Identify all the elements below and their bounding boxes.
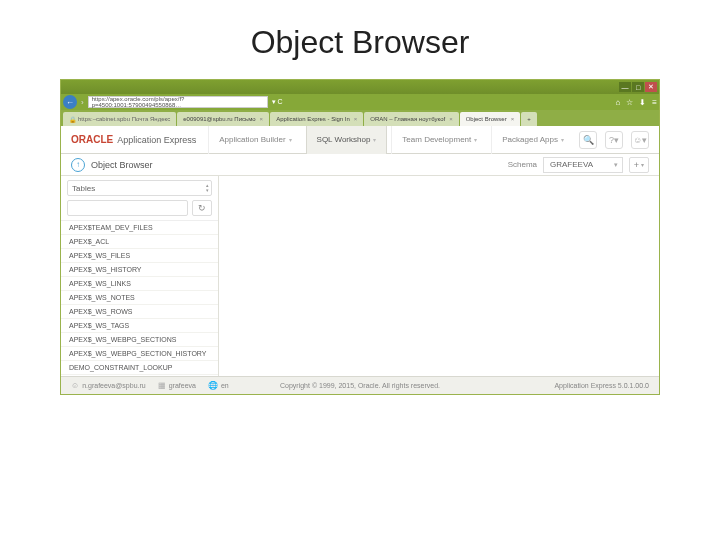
list-item[interactable]: APEX$_WS_HISTORY [61, 263, 218, 277]
tab-2[interactable]: Application Expres - Sign In× [270, 112, 363, 126]
tab-close-icon[interactable]: × [260, 116, 264, 122]
dl-icon[interactable]: ⬇ [639, 98, 646, 107]
footer-user-text: grafeeva [169, 382, 196, 389]
browser-nav-row: ← › https://apex.oracle.com/pls/apex/f?p… [61, 94, 659, 110]
workspace-icon: ▦ [158, 381, 166, 390]
app-content: ORACLE Application Express Application B… [61, 126, 659, 394]
main-area [219, 176, 659, 376]
tab-label: Object Browser [466, 116, 507, 122]
tab-close-icon[interactable]: × [511, 116, 515, 122]
footer-lang[interactable]: 🌐en [208, 381, 229, 390]
filter-input[interactable] [67, 200, 188, 216]
stepper-icon: ▴▾ [206, 183, 209, 193]
chevron-down-icon: ▾ [561, 136, 564, 143]
nav-packaged[interactable]: Packaged Apps▾ [491, 126, 574, 154]
footer-email[interactable]: ☺n.grafeeva@spbu.ru [71, 381, 146, 390]
sidebar: Tables ▴▾ ↻ APEX$TEAM_DEV_FILESAPEX$_ACL… [61, 176, 219, 376]
minimize-button[interactable]: — [619, 82, 631, 92]
list-item[interactable]: APEX$_ACL [61, 235, 218, 249]
chevron-down-icon: ▾ [474, 136, 477, 143]
window-titlebar: — □ ✕ [61, 80, 659, 94]
reload-icon[interactable]: ▾ C [272, 98, 283, 106]
user-icon: ☺ [71, 381, 79, 390]
maximize-button[interactable]: □ [632, 82, 644, 92]
slide-title: Object Browser [0, 0, 720, 79]
up-icon[interactable]: ↑ [71, 158, 85, 172]
forward-button[interactable]: › [79, 98, 86, 107]
chevron-down-icon: ▾ [289, 136, 292, 143]
brand-product: Application Express [117, 135, 196, 145]
list-item[interactable]: APEX$_WS_TAGS [61, 319, 218, 333]
globe-icon: 🌐 [208, 381, 218, 390]
body-split: Tables ▴▾ ↻ APEX$TEAM_DEV_FILESAPEX$_ACL… [61, 176, 659, 376]
browser-tab-strip: 🔒 https:–cabinet.spbu Почта Яндекс e0090… [61, 110, 659, 126]
address-bar[interactable]: https://apex.oracle.com/pls/apex/f?p=450… [88, 96, 268, 108]
footer-lang-text: en [221, 382, 229, 389]
nav-label: Packaged Apps [502, 135, 558, 144]
refresh-button[interactable]: ↻ [192, 200, 212, 216]
tab-1[interactable]: e009091@spbu.ru Письмо× [177, 112, 269, 126]
tab-3[interactable]: ORAN – Главная ноутбукof× [364, 112, 458, 126]
new-tab-button[interactable]: + [521, 112, 537, 126]
nav-sql-workshop[interactable]: SQL Workshop▾ [306, 126, 388, 154]
footer-user[interactable]: ▦grafeeva [158, 381, 196, 390]
list-item[interactable]: DEMO_CUSTOMERS [61, 375, 218, 376]
footer-copyright: Copyright © 1999, 2015, Oracle. All righ… [280, 382, 440, 389]
bookmarks-bar[interactable]: 🔒 https:–cabinet.spbu Почта Яндекс [63, 112, 176, 126]
footer-version: Application Express 5.0.1.00.0 [554, 382, 649, 389]
brand-bar: ORACLE Application Express Application B… [61, 126, 659, 154]
bookmark-text: https:–cabinet.spbu Почта Яндекс [78, 116, 170, 122]
list-item[interactable]: APEX$TEAM_DEV_FILES [61, 221, 218, 235]
list-item[interactable]: APEX$_WS_NOTES [61, 291, 218, 305]
nav-label: SQL Workshop [317, 135, 371, 144]
back-button[interactable]: ← [63, 95, 77, 109]
help-icon[interactable]: ?▾ [605, 131, 623, 149]
tab-close-icon[interactable]: × [449, 116, 453, 122]
object-type-value: Tables [72, 184, 95, 193]
search-icon[interactable]: 🔍 [579, 131, 597, 149]
nav-label: Team Development [402, 135, 471, 144]
breadcrumb-bar: ↑ Object Browser Schema GRAFEEVA + [61, 154, 659, 176]
object-list[interactable]: APEX$TEAM_DEV_FILESAPEX$_ACLAPEX$_WS_FIL… [61, 220, 218, 376]
user-icon[interactable]: ☺▾ [631, 131, 649, 149]
tab-label: e009091@spbu.ru Письмо [183, 116, 255, 122]
schema-label: Schema [508, 160, 537, 169]
menu-icon[interactable]: ≡ [652, 98, 657, 107]
brand-logo: ORACLE [71, 134, 113, 145]
schema-select[interactable]: GRAFEEVA [543, 157, 623, 173]
tab-4-active[interactable]: Object Browser× [460, 112, 521, 126]
list-item[interactable]: APEX$_WS_WEBPG_SECTION_HISTORY [61, 347, 218, 361]
nav-app-builder[interactable]: Application Builder▾ [208, 126, 301, 154]
nav-team-dev[interactable]: Team Development▾ [391, 126, 487, 154]
close-button[interactable]: ✕ [645, 82, 657, 92]
chevron-down-icon: ▾ [373, 136, 376, 143]
tab-label: ORAN – Главная ноутбукof [370, 116, 445, 122]
list-item[interactable]: APEX$_WS_ROWS [61, 305, 218, 319]
star-icon[interactable]: ☆ [626, 98, 633, 107]
tab-label: Application Expres - Sign In [276, 116, 350, 122]
footer: ☺n.grafeeva@spbu.ru ▦grafeeva 🌐en Copyri… [61, 376, 659, 394]
footer-email-text: n.grafeeva@spbu.ru [82, 382, 146, 389]
list-item[interactable]: DEMO_CONSTRAINT_LOOKUP [61, 361, 218, 375]
tab-close-icon[interactable]: × [354, 116, 358, 122]
app-window: — □ ✕ ← › https://apex.oracle.com/pls/ap… [60, 79, 660, 395]
create-object-button[interactable]: + [629, 157, 649, 173]
list-item[interactable]: APEX$_WS_FILES [61, 249, 218, 263]
home-icon[interactable]: ⌂ [615, 98, 620, 107]
object-type-select[interactable]: Tables ▴▾ [67, 180, 212, 196]
list-item[interactable]: APEX$_WS_WEBPG_SECTIONS [61, 333, 218, 347]
lock-icon: 🔒 [69, 116, 76, 123]
list-item[interactable]: APEX$_WS_LINKS [61, 277, 218, 291]
page-title: Object Browser [91, 160, 153, 170]
nav-label: Application Builder [219, 135, 285, 144]
